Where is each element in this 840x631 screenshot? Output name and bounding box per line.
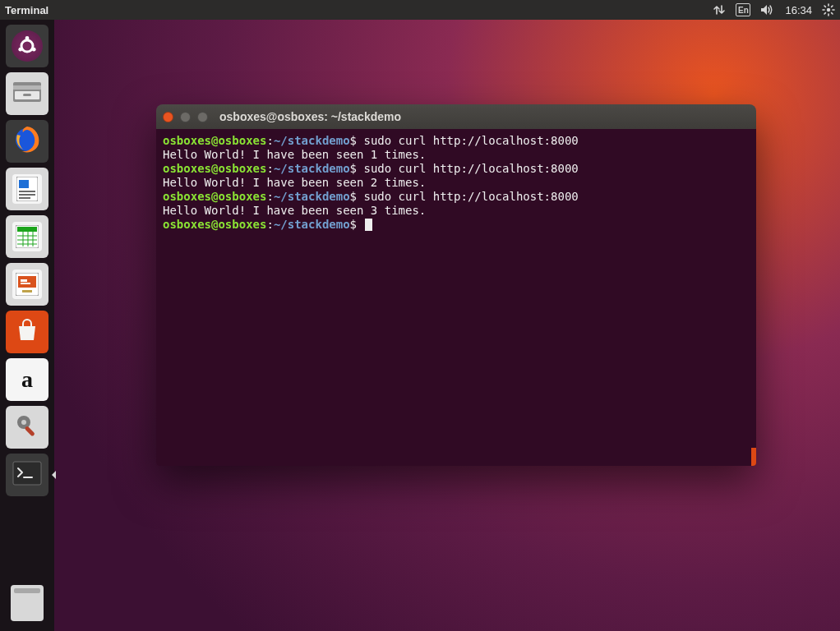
launcher-writer[interactable] [6, 168, 48, 210]
terminal-output-line: Hello World! I have been seen 1 times. [163, 148, 750, 162]
svg-rect-31 [13, 462, 41, 485]
terminal-output-line: Hello World! I have been seen 2 times. [163, 176, 750, 190]
svg-rect-25 [21, 279, 27, 282]
terminal-titlebar[interactable]: osboxes@osboxes: ~/stackdemo [156, 104, 756, 129]
terminal-window: osboxes@osboxes: ~/stackdemo osboxes@osb… [156, 104, 756, 466]
scrollbar-thumb[interactable] [751, 448, 756, 466]
window-minimize-button[interactable] [180, 112, 191, 122]
svg-point-0 [827, 8, 830, 12]
terminal-output-line: Hello World! I have been seen 3 times. [163, 204, 750, 218]
terminal-line: osboxes@osboxes:~/stackdemo$ sudo curl h… [163, 190, 750, 204]
launcher-settings[interactable] [6, 406, 48, 449]
active-app-label: Terminal [0, 4, 48, 16]
svg-point-1 [21, 40, 33, 52]
svg-point-4 [32, 48, 36, 52]
system-menu-icon[interactable] [817, 0, 840, 20]
terminal-line: osboxes@osboxes:~/stackdemo$ sudo curl h… [163, 162, 750, 176]
launcher-firefox[interactable] [6, 120, 48, 163]
terminal-line: osboxes@osboxes:~/stackdemo$ sudo curl h… [163, 134, 750, 148]
shopping-bag-icon [15, 318, 39, 346]
window-maximize-button[interactable] [197, 112, 208, 122]
launcher-trash[interactable] [6, 582, 48, 624]
firefox-icon [11, 123, 44, 159]
terminal-title: osboxes@osboxes: ~/stackdemo [219, 110, 401, 123]
launcher-ubuntu-software[interactable] [6, 311, 48, 353]
svg-rect-26 [21, 283, 30, 284]
network-indicator-icon[interactable] [708, 0, 731, 20]
svg-point-29 [21, 420, 26, 425]
keyboard-indicator-label: En [736, 3, 750, 16]
launcher-dash[interactable] [6, 25, 48, 67]
trash-icon [11, 585, 44, 621]
clock[interactable]: 16:34 [780, 0, 817, 20]
svg-rect-13 [19, 194, 35, 196]
top-panel: Terminal En 16:34 [0, 0, 840, 20]
launcher-files[interactable] [6, 72, 48, 115]
svg-rect-16 [17, 227, 37, 232]
keyboard-indicator[interactable]: En [731, 0, 755, 20]
impress-icon [12, 269, 42, 299]
svg-point-2 [25, 36, 30, 40]
terminal-line: osboxes@osboxes:~/stackdemo$ [163, 218, 750, 232]
svg-rect-12 [19, 191, 35, 192]
writer-icon [12, 174, 42, 204]
terminal-cursor [365, 219, 372, 231]
svg-rect-8 [23, 94, 31, 96]
launcher-calc[interactable] [6, 215, 48, 258]
svg-rect-27 [22, 290, 32, 292]
svg-rect-14 [19, 197, 30, 199]
launcher: a [0, 20, 54, 631]
calc-icon [12, 222, 42, 251]
svg-rect-11 [19, 180, 29, 188]
terminal-icon [12, 461, 42, 489]
launcher-impress[interactable] [6, 263, 48, 306]
launcher-terminal[interactable] [6, 454, 48, 496]
sound-indicator-icon[interactable] [755, 0, 780, 20]
svg-rect-6 [13, 85, 41, 90]
files-icon [11, 77, 44, 110]
terminal-body[interactable]: osboxes@osboxes:~/stackdemo$ sudo curl h… [156, 129, 756, 466]
launcher-amazon[interactable]: a [6, 358, 48, 401]
svg-point-3 [18, 48, 22, 52]
settings-icon [13, 412, 41, 443]
window-close-button[interactable] [163, 112, 173, 122]
amazon-icon: a [21, 366, 33, 393]
svg-rect-30 [24, 426, 35, 436]
ubuntu-logo-icon [12, 30, 43, 62]
